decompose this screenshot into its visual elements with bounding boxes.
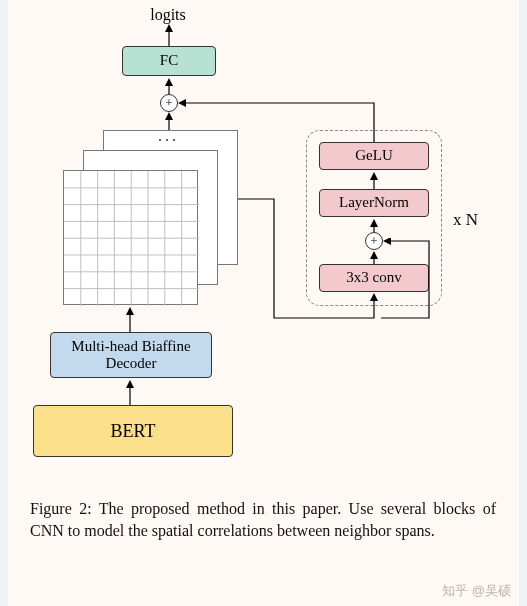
caption-prefix: Figure 2: bbox=[30, 500, 99, 517]
figure-canvas: logits FC + ··· Mu bbox=[8, 0, 519, 606]
svg-marker-5 bbox=[165, 112, 173, 120]
bert-block: BERT bbox=[33, 405, 233, 457]
connector-cnn-to-plus bbox=[176, 99, 380, 143]
gelu-block: GeLU bbox=[319, 142, 429, 170]
arrow-biaffine-to-tensor bbox=[125, 307, 135, 333]
arrow-fc-to-logits bbox=[164, 24, 174, 46]
svg-marker-31 bbox=[370, 293, 378, 301]
svg-marker-30 bbox=[383, 238, 391, 245]
logits-label: logits bbox=[138, 6, 198, 24]
svg-marker-32 bbox=[178, 99, 186, 107]
svg-marker-21 bbox=[126, 307, 134, 315]
svg-marker-3 bbox=[165, 78, 173, 86]
svg-marker-1 bbox=[165, 24, 173, 32]
repeat-xn-label: x N bbox=[453, 210, 478, 230]
fc-block: FC bbox=[122, 46, 216, 76]
figure-caption: Figure 2: The proposed method in this pa… bbox=[30, 498, 496, 541]
biaffine-decoder-block: Multi-head Biaffine Decoder bbox=[50, 332, 212, 378]
watermark: 知乎 @吴硕 bbox=[442, 582, 511, 600]
residual-connector bbox=[381, 238, 439, 322]
tensor-front bbox=[63, 170, 198, 305]
arrow-bert-to-biaffine bbox=[125, 380, 135, 406]
connector-tensor-to-cnn bbox=[238, 193, 378, 323]
caption-text: The proposed method in this paper. Use s… bbox=[30, 500, 496, 539]
svg-marker-25 bbox=[370, 172, 378, 180]
arrow-ln-to-gelu bbox=[369, 172, 379, 190]
svg-marker-23 bbox=[126, 380, 134, 388]
